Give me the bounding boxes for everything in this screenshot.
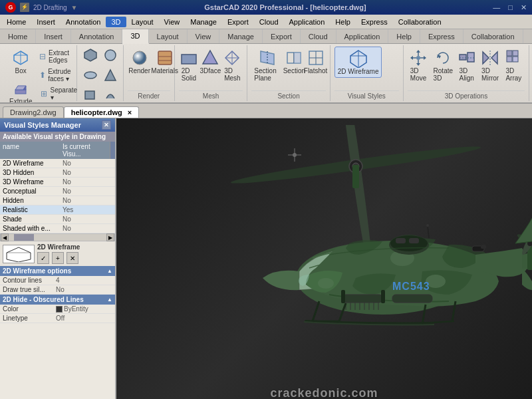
col-current-header: Is current Visu... <box>60 142 110 159</box>
preview-controls[interactable]: ✓ + ✕ <box>37 252 112 264</box>
rotate-3d-label: Rotate 3D <box>434 67 453 82</box>
solid-btn-5[interactable] <box>81 86 100 102</box>
vs-row[interactable]: ConceptualNo <box>0 187 115 196</box>
workspace-indicator: 2D Drafting <box>33 4 67 11</box>
flatshot-btn[interactable]: Flatshot <box>305 47 325 76</box>
3d-align-btn[interactable]: 3D Align <box>457 47 478 84</box>
maximize-btn[interactable]: □ <box>508 3 513 12</box>
hide-section-header[interactable]: 2D Hide - Obscured Lines ▲ <box>0 295 115 305</box>
vs-row[interactable]: ShadeNo <box>0 215 115 224</box>
vs-row[interactable]: HiddenNo <box>0 196 115 205</box>
vs-row[interactable]: Shaded with e...No <box>0 224 115 233</box>
extrude-icon <box>11 79 30 98</box>
svg-marker-37 <box>410 56 413 60</box>
svg-rect-47 <box>507 51 512 56</box>
scroll-thumb[interactable] <box>14 234 34 241</box>
menu-item-cloud[interactable]: Cloud <box>254 17 284 27</box>
menu-item-collaboration[interactable]: Collaboration <box>393 17 447 27</box>
svg-point-8 <box>84 72 96 78</box>
menu-item-3d[interactable]: 3D <box>106 17 126 27</box>
window-controls[interactable]: — □ ✕ <box>493 3 527 12</box>
ribbon-tab-express[interactable]: Express <box>420 29 464 43</box>
menu-item-export[interactable]: Export <box>222 17 254 27</box>
ribbon-tab-cloud[interactable]: Cloud <box>301 29 336 43</box>
minimize-btn[interactable]: — <box>493 3 500 12</box>
ribbon-tab-manage[interactable]: Manage <box>219 29 263 43</box>
solid-btn-6[interactable] <box>101 86 120 102</box>
doc-tab-close[interactable]: × <box>128 108 132 116</box>
vs-row[interactable]: 3D HiddenNo <box>0 168 115 178</box>
3dface-btn[interactable]: 3Dface <box>200 47 220 76</box>
vs-row[interactable]: RealisticYes <box>0 205 115 215</box>
new-style-btn[interactable]: + <box>52 252 64 264</box>
scroll-right-btn[interactable]: ▶ <box>106 233 114 241</box>
doc-tab-Drawing2-dwg[interactable]: Drawing2.dwg <box>3 106 64 118</box>
workspace-arrow: ▼ <box>71 4 78 11</box>
section-btn[interactable]: Section <box>284 47 304 76</box>
menu-item-insert[interactable]: Insert <box>31 17 61 27</box>
3d-move-btn[interactable]: 3D Move <box>408 47 430 84</box>
ribbon-tab-3d[interactable]: 3D <box>122 29 148 44</box>
solid-btn-1[interactable] <box>81 47 100 65</box>
3d-array-btn[interactable]: 3D Array <box>503 47 525 84</box>
ribbon-tab-insert[interactable]: Insert <box>36 29 71 43</box>
menu-item-manage[interactable]: Manage <box>185 17 222 27</box>
ribbon-tab-annotation[interactable]: Annotation <box>71 29 123 43</box>
solid-btn-2[interactable] <box>101 47 120 65</box>
2d-solid-btn[interactable]: 2D Solid <box>179 47 200 84</box>
extract-edges-btn[interactable]: ⊟ Extract Edges <box>36 48 81 65</box>
svg-rect-50 <box>513 57 518 62</box>
3d-mirror-btn[interactable]: 3D Mirror <box>479 47 501 84</box>
box-btn[interactable]: Box <box>7 47 35 76</box>
separate-btn[interactable]: ⊞ Separate ▾ <box>36 85 81 102</box>
vs-row-current: Yes <box>60 205 115 214</box>
solid-btn-4[interactable] <box>101 66 120 85</box>
wireframe-options-section[interactable]: 2D Wireframe options ▲ <box>0 266 115 276</box>
menu-item-application[interactable]: Application <box>284 17 331 27</box>
solid-btn-3[interactable] <box>81 66 100 85</box>
rotate-3d-btn[interactable]: Rotate 3D <box>431 47 455 84</box>
ribbon-tab-help[interactable]: Help <box>388 29 420 43</box>
menu-item-home[interactable]: Home <box>1 17 31 27</box>
menu-item-layout[interactable]: Layout <box>126 17 159 27</box>
app-logo: G <box>5 2 16 13</box>
ribbon-tab-layout[interactable]: Layout <box>149 29 188 43</box>
delete-style-btn[interactable]: ✕ <box>66 252 78 264</box>
ribbon-tab-application[interactable]: Application <box>336 29 389 43</box>
panel-title: Visual Styles Manager ✕ <box>0 118 115 132</box>
section-plane-btn[interactable]: Section Plane <box>251 47 283 84</box>
extrude-faces-btn[interactable]: ⬆ Extrude faces ▾ <box>36 66 81 84</box>
mesh-items: 2D Solid 3Dface <box>179 47 243 89</box>
ribbon-tab-export[interactable]: Export <box>263 29 301 43</box>
materials-btn[interactable]: Materials <box>153 47 177 76</box>
scroll-left-btn[interactable]: ◀ <box>1 233 9 241</box>
vs-row-current: No <box>60 196 115 205</box>
doc-tab-helicopter-dwg[interactable]: helicopter.dwg× <box>64 106 139 118</box>
vs-table-rows: 2D WireframeNo3D HiddenNo3D WireframeNoC… <box>0 159 115 233</box>
panel-controls[interactable]: ✕ <box>102 120 111 130</box>
ribbon: HomeInsertAnnotation3DLayoutViewManageEx… <box>0 29 532 104</box>
menu-item-annotation[interactable]: Annotation <box>61 17 106 27</box>
ribbon-tab-collaboration[interactable]: Collaboration <box>464 29 523 43</box>
ribbon-tab-view[interactable]: View <box>188 29 220 43</box>
svg-rect-93 <box>481 245 486 249</box>
panel-close-btn[interactable]: ✕ <box>102 120 111 130</box>
panel-scrollbar[interactable]: ◀ ▶ <box>0 233 115 241</box>
render-btn[interactable]: Render <box>128 47 152 76</box>
vs-row-current: No <box>60 168 115 177</box>
ribbon-group-section: Section Plane Section <box>247 45 330 101</box>
render-icon <box>130 49 149 67</box>
2d-wireframe-btn[interactable]: 2D Wireframe <box>334 47 382 78</box>
close-btn[interactable]: ✕ <box>521 3 527 12</box>
menu-item-help[interactable]: Help <box>330 17 356 27</box>
menu-item-view[interactable]: View <box>159 17 186 27</box>
vs-row[interactable]: 3D WireframeNo <box>0 178 115 187</box>
menu-item-express[interactable]: Express <box>356 17 393 27</box>
svg-rect-84 <box>341 290 345 303</box>
3d-mesh-btn[interactable]: 3D Mesh <box>221 47 243 84</box>
vs-row[interactable]: 2D WireframeNo <box>0 159 115 168</box>
apply-btn[interactable]: ✓ <box>37 252 49 264</box>
extrude-btn[interactable]: Extrude <box>7 77 35 102</box>
hide-option-row: LinetypeOff <box>0 314 115 323</box>
ribbon-tab-home[interactable]: Home <box>0 29 36 43</box>
